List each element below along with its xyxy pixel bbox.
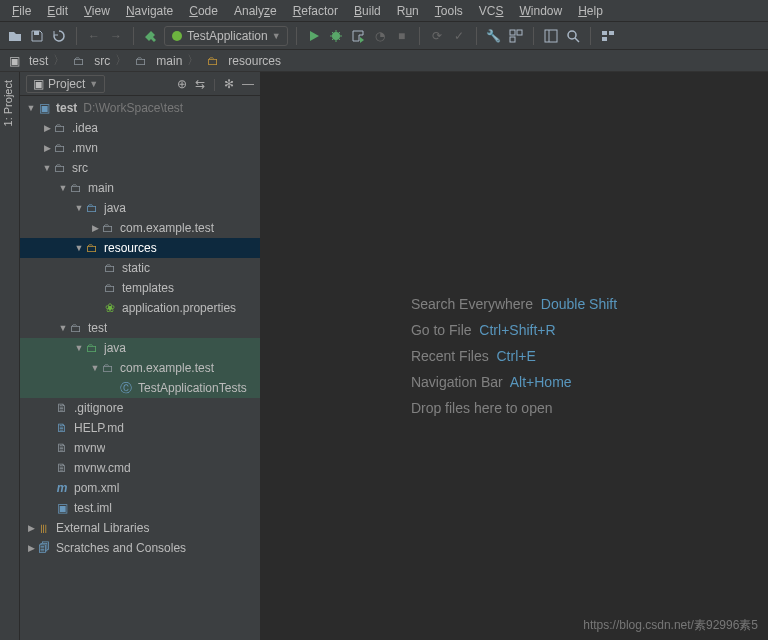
menu-tools[interactable]: Tools xyxy=(427,2,471,20)
git-commit-icon[interactable]: ✓ xyxy=(450,27,468,45)
tree-mvnwcmd[interactable]: 🗎mvnw.cmd xyxy=(20,458,260,478)
crumb-src[interactable]: 🗀src〉 xyxy=(71,52,129,69)
crumb-main[interactable]: 🗀main〉 xyxy=(133,52,201,69)
menu-run[interactable]: Run xyxy=(389,2,427,20)
folder-icon: 🗀 xyxy=(102,261,118,275)
back-icon[interactable]: ← xyxy=(85,27,103,45)
hint-search: Search Everywhere xyxy=(411,296,533,312)
hint-goto: Go to File xyxy=(411,322,472,338)
tree-java-main[interactable]: ▼🗀java xyxy=(20,198,260,218)
tree-templates[interactable]: 🗀templates xyxy=(20,278,260,298)
locate-icon[interactable]: ⊕ xyxy=(177,77,187,91)
tree-scratch[interactable]: ▶🗐Scratches and Consoles xyxy=(20,538,260,558)
run-config-selector[interactable]: TestApplication ▼ xyxy=(164,26,288,46)
project-icon: ▣ xyxy=(33,77,44,91)
debug-icon[interactable] xyxy=(327,27,345,45)
tree-root[interactable]: ▼▣testD:\WorkSpace\test xyxy=(20,98,260,118)
hint-search-key: Double Shift xyxy=(541,296,617,312)
separator xyxy=(419,27,420,45)
tree-main[interactable]: ▼🗀main xyxy=(20,178,260,198)
refresh-icon[interactable] xyxy=(50,27,68,45)
tree-mvn[interactable]: ▶🗀.mvn xyxy=(20,138,260,158)
module-icon: ▣ xyxy=(54,501,70,515)
separator: | xyxy=(213,77,216,91)
git-update-icon[interactable]: ⟳ xyxy=(428,27,446,45)
svg-rect-12 xyxy=(602,37,607,41)
editor-hints: Search Everywhere Double Shift Go to Fil… xyxy=(411,286,617,426)
forward-icon[interactable]: → xyxy=(107,27,125,45)
resources-icon: 🗀 xyxy=(205,54,221,68)
crumb-test[interactable]: ▣test〉 xyxy=(6,52,67,69)
menu-window[interactable]: Window xyxy=(511,2,570,20)
tree-pkg-test[interactable]: ▼🗀com.example.test xyxy=(20,358,260,378)
tree-src[interactable]: ▼🗀src xyxy=(20,158,260,178)
project-tree[interactable]: ▼▣testD:\WorkSpace\test ▶🗀.idea ▶🗀.mvn ▼… xyxy=(20,96,260,640)
menu-view[interactable]: View xyxy=(76,2,118,20)
tree-pom[interactable]: mpom.xml xyxy=(20,478,260,498)
svg-rect-5 xyxy=(510,37,515,42)
stop-icon[interactable]: ■ xyxy=(393,27,411,45)
watermark: https://blog.csdn.net/素92996素5 xyxy=(583,617,758,634)
tool-window-stripe: 1: Project xyxy=(0,72,20,640)
tree-static[interactable]: 🗀static xyxy=(20,258,260,278)
separator xyxy=(590,27,591,45)
module-icon: ▣ xyxy=(6,54,22,68)
tree-iml[interactable]: ▣test.iml xyxy=(20,498,260,518)
tree-gitignore[interactable]: 🗎.gitignore xyxy=(20,398,260,418)
save-icon[interactable] xyxy=(28,27,46,45)
file-icon: 🗎 xyxy=(54,401,70,415)
menu-build[interactable]: Build xyxy=(346,2,389,20)
menu-edit[interactable]: Edit xyxy=(39,2,76,20)
tree-mvnw[interactable]: 🗎mvnw xyxy=(20,438,260,458)
tree-help[interactable]: 🗎HELP.md xyxy=(20,418,260,438)
file-icon: 🗎 xyxy=(54,461,70,475)
menu-file[interactable]: File xyxy=(4,2,39,20)
separator xyxy=(133,27,134,45)
tree-idea[interactable]: ▶🗀.idea xyxy=(20,118,260,138)
scratch-icon: 🗐 xyxy=(36,541,52,555)
tree-appprops[interactable]: ❀application.properties xyxy=(20,298,260,318)
build-icon[interactable] xyxy=(142,27,160,45)
run-icon[interactable] xyxy=(305,27,323,45)
menu-analyze[interactable]: Analyze xyxy=(226,2,285,20)
hide-icon[interactable]: — xyxy=(242,77,254,91)
gear-icon[interactable]: ✻ xyxy=(224,77,234,91)
spring-icon: ❀ xyxy=(102,301,118,315)
crumb-resources[interactable]: 🗀resources xyxy=(205,54,281,68)
tree-java-test[interactable]: ▼🗀java xyxy=(20,338,260,358)
collapse-icon[interactable]: ⇆ xyxy=(195,77,205,91)
layout-icon[interactable] xyxy=(542,27,560,45)
panel-header: ▣ Project ▼ ⊕ ⇆ | ✻ — xyxy=(20,72,260,96)
tree-extlib[interactable]: ▶⫼External Libraries xyxy=(20,518,260,538)
menu-help[interactable]: Help xyxy=(570,2,611,20)
svg-rect-10 xyxy=(602,31,607,35)
tree-test[interactable]: ▼🗀test xyxy=(20,318,260,338)
separator xyxy=(296,27,297,45)
source-folder-icon: 🗀 xyxy=(84,201,100,215)
tree-resources[interactable]: ▼🗀resources xyxy=(20,238,260,258)
breadcrumb: ▣test〉 🗀src〉 🗀main〉 🗀resources xyxy=(0,50,768,72)
menu-vcs[interactable]: VCS xyxy=(471,2,512,20)
coverage-icon[interactable] xyxy=(349,27,367,45)
resources-icon: 🗀 xyxy=(84,241,100,255)
spring-icon xyxy=(171,30,183,42)
project-tool-tab[interactable]: 1: Project xyxy=(0,72,16,134)
menu-refactor[interactable]: Refactor xyxy=(285,2,346,20)
tree-pkg-main[interactable]: ▶🗀com.example.test xyxy=(20,218,260,238)
structure-icon[interactable] xyxy=(507,27,525,45)
open-icon[interactable] xyxy=(6,27,24,45)
folder-icon: 🗀 xyxy=(52,121,68,135)
main-area: 1: Project ▣ Project ▼ ⊕ ⇆ | ✻ — ▼▣testD… xyxy=(0,72,768,640)
panel-view-selector[interactable]: ▣ Project ▼ xyxy=(26,75,105,93)
tree-test-class[interactable]: ⒸTestApplicationTests xyxy=(20,378,260,398)
search-icon[interactable] xyxy=(564,27,582,45)
menu-code[interactable]: Code xyxy=(181,2,226,20)
svg-line-9 xyxy=(575,38,579,42)
profile-icon[interactable]: ◔ xyxy=(371,27,389,45)
menu-navigate[interactable]: Navigate xyxy=(118,2,181,20)
folder-icon: 🗀 xyxy=(71,54,87,68)
wrench-icon[interactable]: 🔧 xyxy=(485,27,503,45)
svg-rect-3 xyxy=(510,30,515,35)
overflow-icon[interactable] xyxy=(599,27,617,45)
hint-goto-key: Ctrl+Shift+R xyxy=(479,322,555,338)
